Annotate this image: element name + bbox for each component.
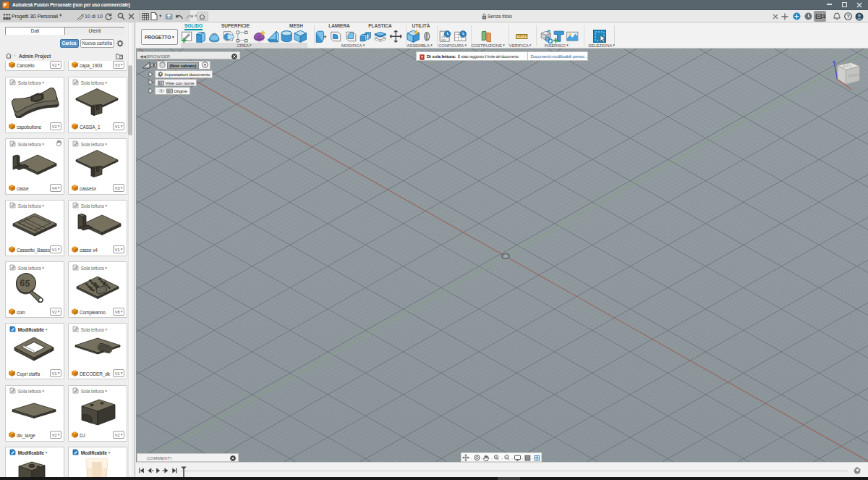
svg-text:65: 65 — [20, 278, 30, 289]
svg-text:?: ? — [847, 14, 850, 19]
